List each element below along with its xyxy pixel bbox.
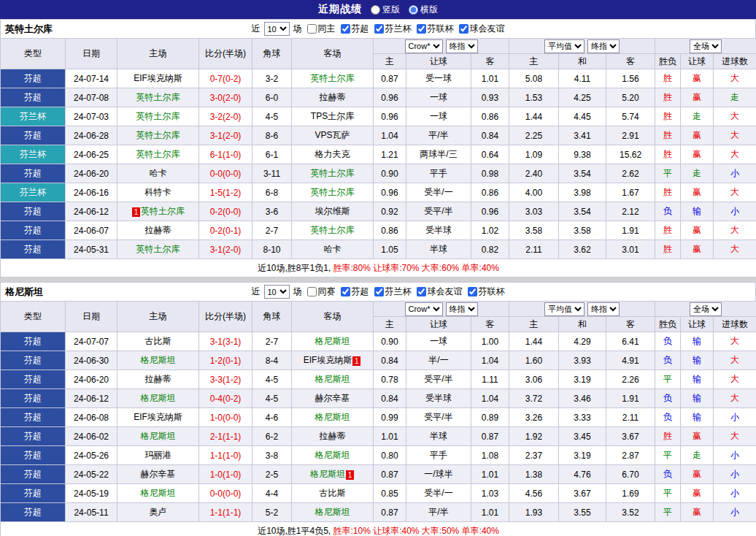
odds-source-select[interactable]: 平均值 xyxy=(544,39,585,53)
result-cell: 赢 xyxy=(681,69,714,88)
checkbox-input[interactable] xyxy=(374,24,384,34)
match-row: 芬兰杯24-06-16科特卡1-5(1-2)6-8英特土尔库0.96受半/一0.… xyxy=(1,183,756,202)
layout-radio-horizontal[interactable]: 横版 xyxy=(409,4,438,16)
date-cell: 24-07-07 xyxy=(66,332,117,351)
checkbox-input[interactable] xyxy=(417,287,426,296)
filter-checkbox-芬超[interactable]: 芬超 xyxy=(338,286,369,298)
red-card-badge: 1 xyxy=(346,470,354,480)
avg-odds-cell: 3.06 xyxy=(509,370,559,389)
checkbox-input[interactable] xyxy=(341,287,350,296)
column-header: 主场 xyxy=(117,39,199,69)
odds-home-cell: 0.86 xyxy=(374,221,406,240)
home-team-cell: 1英特土尔库 xyxy=(117,202,199,221)
result-cell: 大 xyxy=(714,126,756,145)
corner-cell: 4-6 xyxy=(252,408,292,427)
odds-away-cell: 0.86 xyxy=(471,183,509,202)
odds-source-select[interactable]: 终指 xyxy=(446,302,478,316)
match-row: 芬超24-06-08EIF埃克纳斯1-0(0-0)4-6格尼斯坦0.99受平/半… xyxy=(1,408,756,427)
odds-source-select[interactable]: 全场 xyxy=(690,302,722,316)
home-team-cell: 英特土尔库 xyxy=(117,145,199,164)
date-cell: 24-06-12 xyxy=(66,389,117,408)
odds-source-select[interactable]: 终指 xyxy=(587,302,620,316)
match-row: 芬超24-07-08英特土尔库3-0(2-0)6-0拉赫蒂0.96一球0.931… xyxy=(1,88,756,107)
away-team-cell: TPS土尔库 xyxy=(292,107,374,126)
match-row: 芬兰杯24-06-25英特土尔库6-1(1-0)6-1格力夫克1.21两球半/三… xyxy=(1,145,756,164)
match-count-select[interactable]: 10 xyxy=(264,22,290,36)
avg-odds-cell: 4.11 xyxy=(559,69,606,88)
handicap-cell: 两球半/三 xyxy=(406,145,471,164)
filter-checkbox-芬联杯[interactable]: 芬联杯 xyxy=(465,286,505,298)
avg-odds-cell: 3.01 xyxy=(606,240,655,259)
checkbox-input[interactable] xyxy=(341,24,350,34)
filter-text: 场 xyxy=(293,23,302,35)
column-header: 进球数 xyxy=(714,54,756,69)
vertical-radio-input[interactable] xyxy=(371,5,380,15)
league-cell: 芬超 xyxy=(1,408,66,427)
checkbox-label: 同赛 xyxy=(318,286,336,298)
result-cell: 赢 xyxy=(681,427,714,446)
filter-checkbox-芬兰杯[interactable]: 芬兰杯 xyxy=(371,286,412,298)
result-cell: 大 xyxy=(714,183,756,202)
filter-checkbox-球会友谊[interactable]: 球会友谊 xyxy=(414,286,463,298)
corner-cell: 6-2 xyxy=(252,427,292,446)
odds-source-select[interactable]: 平均值 xyxy=(544,302,585,316)
avg-odds-cell: 4.56 xyxy=(509,484,559,503)
summary-prefix: 近10场,胜1平4负5, xyxy=(258,526,333,536)
filter-checkbox-芬超[interactable]: 芬超 xyxy=(338,23,369,35)
match-count-select[interactable]: 10 xyxy=(264,285,290,299)
corner-cell: 3-8 xyxy=(252,446,292,465)
column-header: 主 xyxy=(509,317,559,332)
home-team-cell: 玛丽港 xyxy=(117,446,199,465)
column-header: 让球 xyxy=(406,54,471,69)
away-team-cell: EIF埃克纳斯1 xyxy=(292,351,374,370)
odds-source-select[interactable]: 全场 xyxy=(690,39,722,53)
date-cell: 24-07-14 xyxy=(66,69,117,88)
column-header: 主 xyxy=(374,317,406,332)
checkbox-input[interactable] xyxy=(417,24,426,34)
odds-away-cell: 0.93 xyxy=(471,88,509,107)
avg-odds-cell: 1.56 xyxy=(606,69,655,88)
filter-checkbox-球会友谊[interactable]: 球会友谊 xyxy=(456,23,505,35)
result-cell: 平 xyxy=(655,164,681,183)
avg-odds-cell: 2.87 xyxy=(606,446,655,465)
odds-source-select[interactable]: 终指 xyxy=(587,39,620,53)
avg-odds-cell: 3.19 xyxy=(559,370,606,389)
layout-radio-vertical[interactable]: 竖版 xyxy=(371,4,400,16)
checkbox-input[interactable] xyxy=(468,287,477,296)
odds-select-cell: Crow*终指 xyxy=(374,39,509,54)
result-cell: 负 xyxy=(655,351,681,370)
odds-select-cell: 全场 xyxy=(655,39,756,54)
score-cell: 3-1(3-1) xyxy=(199,332,252,351)
odds-source-select[interactable]: Crow* xyxy=(405,302,443,316)
horizontal-radio-input[interactable] xyxy=(409,5,418,15)
team-label: 赫尔辛基 xyxy=(315,393,350,403)
filter-checkbox-同赛[interactable]: 同赛 xyxy=(304,286,336,298)
column-header: 客场 xyxy=(292,302,374,332)
filter-text: 近 xyxy=(252,23,261,35)
filter-checkbox-芬联杯[interactable]: 芬联杯 xyxy=(414,23,454,35)
score-cell: 3-1(2-0) xyxy=(199,126,252,145)
filter-checkbox-同主[interactable]: 同主 xyxy=(304,23,336,35)
team-label: 格尼斯坦 xyxy=(315,507,350,517)
team-label: EIF埃克纳斯 xyxy=(304,355,352,365)
column-header: 客场 xyxy=(292,39,374,69)
date-cell: 24-05-26 xyxy=(66,446,117,465)
checkbox-label: 芬兰杯 xyxy=(385,23,412,35)
away-team-cell: 赫尔辛基 xyxy=(292,389,374,408)
checkbox-input[interactable] xyxy=(374,287,384,296)
checkbox-input[interactable] xyxy=(307,287,317,296)
result-cell: 走 xyxy=(681,446,714,465)
filter-checkbox-芬兰杯[interactable]: 芬兰杯 xyxy=(371,23,412,35)
odds-source-select[interactable]: Crow* xyxy=(405,39,443,53)
result-cell: 胜 xyxy=(655,126,681,145)
filter-controls: 近10场同赛芬超芬兰杯球会友谊芬联杯 xyxy=(252,285,505,299)
checkbox-input[interactable] xyxy=(307,24,317,34)
avg-odds-cell: 4.00 xyxy=(509,183,559,202)
column-header: 主场 xyxy=(117,302,199,332)
odds-source-select[interactable]: 终指 xyxy=(446,39,478,53)
league-cell: 芬超 xyxy=(1,69,66,88)
result-cell: 赢 xyxy=(681,88,714,107)
odds-away-cell: 1.01 xyxy=(471,465,509,484)
column-header: 类型 xyxy=(1,302,66,332)
checkbox-input[interactable] xyxy=(459,24,468,34)
